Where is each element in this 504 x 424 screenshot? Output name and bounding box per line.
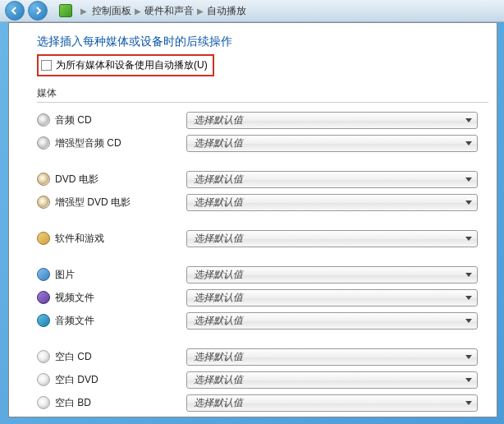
page-instruction: 选择插入每种媒体或设备时的后续操作	[37, 35, 497, 49]
chevron-down-icon	[465, 118, 472, 122]
media-label: 软件和游戏	[55, 232, 186, 246]
media-label: 增强型 DVD 电影	[55, 196, 186, 210]
address-icon	[59, 4, 72, 17]
dropdown-value: 选择默认值	[194, 136, 243, 150]
media-row-blank-cd: 空白 CD 选择默认值	[37, 348, 497, 366]
chevron-down-icon	[465, 177, 472, 182]
nav-forward-button[interactable]	[28, 1, 48, 21]
blank-disc-icon	[37, 373, 50, 386]
action-dropdown[interactable]: 选择默认值	[186, 417, 478, 418]
breadcrumb-item[interactable]: 硬件和声音	[143, 4, 195, 18]
chevron-down-icon	[465, 378, 472, 382]
chevron-down-icon	[465, 237, 472, 241]
media-row-software: 软件和游戏 选择默认值	[37, 229, 497, 247]
action-dropdown[interactable]: 选择默认值	[186, 112, 478, 129]
dropdown-value: 选择默认值	[194, 314, 243, 328]
content-area: 选择插入每种媒体或设备时的后续操作 为所有媒体和设备使用自动播放(U) 媒体 音…	[8, 22, 497, 417]
dropdown-value: 选择默认值	[194, 268, 243, 282]
media-label: 音频文件	[55, 314, 186, 328]
media-label: 空白 DVD	[55, 373, 186, 387]
media-row-mixed: 混合内容 选择默认值	[37, 417, 497, 417]
chevron-right-icon: ▶	[77, 7, 90, 16]
chevron-right-icon: ▶	[133, 7, 143, 16]
dvd-icon	[37, 173, 50, 186]
section-header-media: 媒体	[37, 86, 488, 103]
picture-icon	[37, 268, 50, 281]
chevron-down-icon	[465, 319, 472, 323]
media-label: 增强型音频 CD	[55, 136, 186, 150]
use-autoplay-label: 为所有媒体和设备使用自动播放(U)	[56, 58, 208, 72]
titlebar: ▶ 控制面板 ▶ 硬件和声音 ▶ 自动播放	[0, 0, 504, 22]
media-label: DVD 电影	[55, 173, 186, 187]
dropdown-value: 选择默认值	[194, 113, 243, 127]
chevron-down-icon	[465, 273, 472, 277]
media-label: 图片	[55, 268, 186, 282]
action-dropdown[interactable]: 选择默认值	[186, 135, 478, 152]
blank-disc-icon	[37, 350, 50, 363]
chevron-down-icon	[465, 200, 472, 205]
media-row-enhanced-audio-cd: 增强型音频 CD 选择默认值	[37, 134, 497, 152]
nav-back-button[interactable]	[5, 1, 25, 21]
dropdown-value: 选择默认值	[194, 396, 243, 410]
media-row-audio-cd: 音频 CD 选择默认值	[37, 111, 497, 129]
chevron-down-icon	[465, 141, 472, 145]
media-label: 空白 CD	[55, 350, 186, 364]
action-dropdown[interactable]: 选择默认值	[186, 266, 478, 283]
action-dropdown[interactable]: 选择默认值	[186, 312, 478, 330]
media-row-blank-dvd: 空白 DVD 选择默认值	[37, 371, 497, 389]
media-label: 音频 CD	[55, 113, 186, 127]
cd-icon	[37, 113, 50, 127]
highlighted-option: 为所有媒体和设备使用自动播放(U)	[37, 54, 214, 76]
chevron-down-icon	[465, 296, 472, 300]
media-row-blank-bd: 空白 BD 选择默认值	[37, 394, 497, 412]
dropdown-value: 选择默认值	[194, 196, 243, 210]
media-row-audio-files: 音频文件 选择默认值	[37, 311, 497, 330]
action-dropdown[interactable]: 选择默认值	[186, 394, 478, 412]
action-dropdown[interactable]: 选择默认值	[186, 289, 478, 306]
dropdown-value: 选择默认值	[194, 232, 243, 246]
use-autoplay-checkbox[interactable]	[41, 60, 52, 71]
media-row-pictures: 图片 选择默认值	[37, 265, 497, 283]
action-dropdown[interactable]: 选择默认值	[186, 171, 478, 188]
chevron-right-icon: ▶	[195, 7, 205, 16]
media-label: 空白 BD	[55, 396, 186, 410]
dropdown-value: 选择默认值	[194, 291, 243, 305]
breadcrumb-item[interactable]: 控制面板	[90, 4, 133, 18]
action-dropdown[interactable]: 选择默认值	[186, 230, 478, 247]
action-dropdown[interactable]: 选择默认值	[186, 348, 478, 366]
chevron-down-icon	[465, 401, 472, 405]
media-label: 视频文件	[55, 291, 186, 305]
arrow-right-icon	[34, 7, 42, 15]
media-row-enhanced-dvd: 增强型 DVD 电影 选择默认值	[37, 193, 497, 211]
media-row-dvd-movie: DVD 电影 选择默认值	[37, 170, 497, 188]
dropdown-value: 选择默认值	[194, 173, 243, 187]
arrow-left-icon	[11, 7, 19, 15]
cd-icon	[37, 136, 50, 150]
breadcrumb-item[interactable]: 自动播放	[205, 4, 248, 18]
dropdown-value: 选择默认值	[194, 350, 243, 364]
video-icon	[37, 291, 50, 304]
software-icon	[37, 232, 50, 245]
blank-disc-icon	[37, 396, 50, 409]
dropdown-value: 选择默认值	[194, 373, 243, 387]
audio-icon	[37, 314, 50, 327]
breadcrumb: 控制面板 ▶ 硬件和声音 ▶ 自动播放	[90, 4, 248, 18]
action-dropdown[interactable]: 选择默认值	[186, 371, 478, 389]
action-dropdown[interactable]: 选择默认值	[186, 194, 478, 211]
chevron-down-icon	[465, 355, 472, 359]
media-row-video-files: 视频文件 选择默认值	[37, 288, 497, 306]
dvd-icon	[37, 196, 50, 209]
